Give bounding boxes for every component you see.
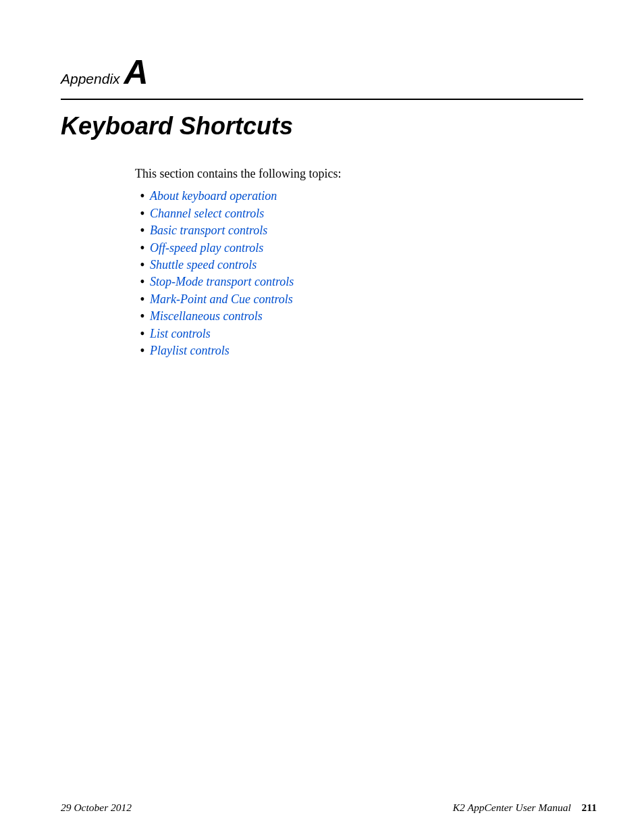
bullet-icon: • [135,206,150,221]
bullet-icon: • [135,343,150,359]
bullet-icon: • [135,292,150,307]
footer-date: 29 October 2012 [61,802,132,814]
footer-page-number: 211 [582,802,597,813]
list-item: •List controls [135,326,540,342]
list-item: •Channel select controls [135,206,540,221]
topic-link-miscellaneous-controls[interactable]: Miscellaneous controls [150,309,263,324]
bullet-icon: • [135,326,150,342]
topic-link-shuttle-speed-controls[interactable]: Shuttle speed controls [150,257,257,273]
topic-link-stop-mode-transport-controls[interactable]: Stop-Mode transport controls [150,274,294,290]
topic-link-list-controls[interactable]: List controls [150,326,211,342]
header-block: Appendix A Keyboard Shortcuts [61,55,583,140]
list-item: •Off-speed play controls [135,240,540,256]
page: Appendix A Keyboard Shortcuts This secti… [0,0,644,834]
bullet-icon: • [135,188,150,204]
page-title: Keyboard Shortcuts [61,112,583,140]
topic-link-playlist-controls[interactable]: Playlist controls [150,343,230,359]
header-rule [61,99,583,100]
bullet-icon: • [135,274,150,290]
bullet-icon: • [135,257,150,273]
footer: 29 October 2012 K2 AppCenter User Manual… [61,802,597,814]
intro-text: This section contains the following topi… [135,166,540,182]
list-item: •Playlist controls [135,343,540,359]
list-item: •Stop-Mode transport controls [135,274,540,290]
topic-link-mark-point-and-cue-controls[interactable]: Mark-Point and Cue controls [150,292,293,307]
appendix-letter: A [124,55,149,89]
appendix-label: Appendix [61,71,120,87]
list-item: •Miscellaneous controls [135,309,540,324]
list-item: •About keyboard operation [135,188,540,204]
appendix-line: Appendix A [61,55,583,89]
bullet-icon: • [135,240,150,256]
topic-link-basic-transport-controls[interactable]: Basic transport controls [150,223,267,238]
body-content: This section contains the following topi… [135,166,540,360]
bullet-icon: • [135,223,150,238]
topic-link-about-keyboard-operation[interactable]: About keyboard operation [150,188,277,204]
list-item: •Shuttle speed controls [135,257,540,273]
list-item: •Mark-Point and Cue controls [135,292,540,307]
bullet-icon: • [135,309,150,324]
topic-link-off-speed-play-controls[interactable]: Off-speed play controls [150,240,263,256]
topics-list: •About keyboard operation •Channel selec… [135,188,540,359]
list-item: •Basic transport controls [135,223,540,238]
topic-link-channel-select-controls[interactable]: Channel select controls [150,206,264,221]
footer-right: K2 AppCenter User Manual 211 [453,802,597,814]
footer-manual: K2 AppCenter User Manual [453,802,571,813]
